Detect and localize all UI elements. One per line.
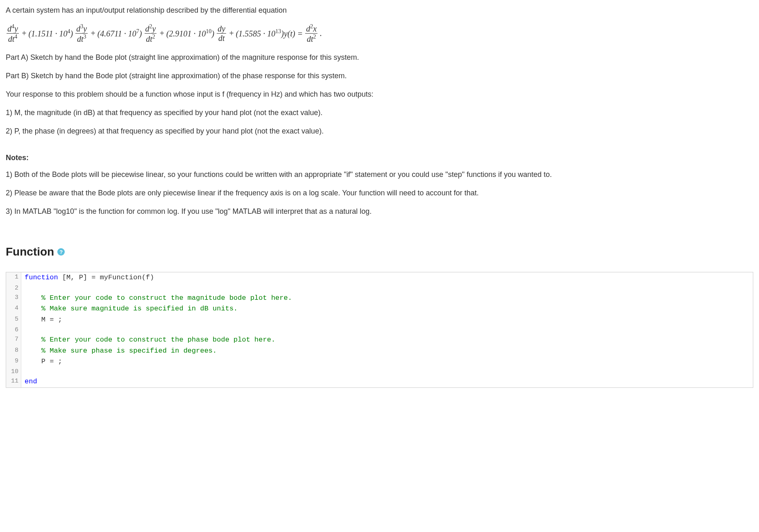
help-icon[interactable]: ? (57, 248, 65, 256)
line-number: 4 (6, 303, 21, 314)
note-2: 2) Please be aware that the Bode plots a… (6, 188, 753, 199)
eq-coef-3: (2.9101 · 1010) (166, 27, 214, 40)
line-number: 7 (6, 335, 21, 345)
frac-dy-dt: dy dt (217, 24, 226, 43)
code-comment: % Make sure magnitude is specified in dB… (25, 305, 238, 312)
line-number: 1 (6, 272, 21, 283)
function-heading-text: Function (6, 243, 54, 260)
eq-plus-3: + (159, 27, 165, 39)
code-text (21, 367, 753, 376)
frac-d3y-dt3: d3y dt3 (75, 23, 88, 43)
line-number: 10 (6, 367, 21, 376)
part-b-text: Part B) Sketch by hand the Bode plot (st… (6, 70, 753, 81)
code-comment: % Enter your code to construct the phase… (25, 336, 275, 344)
frac-d2x-dt2: d2x dt2 (305, 23, 317, 43)
line-number: 3 (6, 293, 21, 303)
code-comment: % Make sure phase is specified in degree… (25, 347, 217, 355)
line-number: 6 (6, 325, 21, 335)
code-line-2[interactable]: 2 (6, 283, 753, 293)
frac-d4y-dt4: d4y dt4 (7, 23, 19, 43)
line-number: 2 (6, 283, 21, 293)
eq-coef-2: (4.6711 · 107) (97, 27, 142, 40)
output-2: 2) P, the phase (in degrees) at that fre… (6, 126, 753, 137)
code-text: P = ; (25, 358, 62, 365)
keyword-end: end (25, 378, 37, 385)
code-line-10[interactable]: 10 (6, 367, 753, 376)
eq-plus-4: + (229, 27, 234, 39)
part-a-text: Part A) Sketch by hand the Bode plot (st… (6, 52, 753, 63)
line-number: 11 (6, 376, 21, 387)
code-text: M = ; (25, 316, 62, 324)
differential-equation: d4y dt4 + (1.1511 · 104) d3y dt3 + (4.67… (6, 23, 753, 43)
note-1: 1) Both of the Bode plots will be piecew… (6, 169, 753, 180)
eq-period: . (320, 27, 322, 39)
line-number: 8 (6, 346, 21, 356)
keyword-function: function (25, 274, 58, 281)
code-text (21, 283, 753, 293)
eq-coef-4: (1.5585 · 1013)y(t) = (236, 27, 303, 40)
line-number: 5 (6, 315, 21, 325)
code-line-8[interactable]: 8 % Make sure phase is specified in degr… (6, 346, 753, 356)
line-number: 9 (6, 356, 21, 367)
code-editor[interactable]: 1 function [M, P] = myFunction(f) 2 3 % … (6, 272, 753, 388)
eq-coef-1: (1.1511 · 104) (28, 27, 73, 40)
code-text: [M, P] = myFunction(f) (58, 274, 154, 281)
code-line-1[interactable]: 1 function [M, P] = myFunction(f) (6, 272, 753, 283)
notes-heading: Notes: (6, 152, 753, 163)
function-section-heading: Function ? (6, 243, 753, 260)
code-line-5[interactable]: 5 M = ; (6, 315, 753, 325)
output-1: 1) M, the magnitude (in dB) at that freq… (6, 107, 753, 118)
problem-intro: A certain system has an input/output rel… (6, 5, 753, 16)
code-line-6[interactable]: 6 (6, 325, 753, 335)
eq-plus-1: + (21, 27, 27, 39)
eq-plus-2: + (90, 27, 96, 39)
code-text (21, 325, 753, 335)
code-line-3[interactable]: 3 % Enter your code to construct the mag… (6, 293, 753, 303)
code-comment: % Enter your code to construct the magni… (25, 294, 292, 302)
response-intro: Your response to this problem should be … (6, 89, 753, 100)
code-line-7[interactable]: 7 % Enter your code to construct the pha… (6, 335, 753, 345)
note-3: 3) In MATLAB "log10" is the function for… (6, 206, 753, 217)
code-line-9[interactable]: 9 P = ; (6, 356, 753, 367)
code-line-4[interactable]: 4 % Make sure magnitude is specified in … (6, 303, 753, 314)
frac-d2y-dt2: d2y dt2 (145, 23, 157, 43)
code-line-11[interactable]: 11 end (6, 376, 753, 387)
